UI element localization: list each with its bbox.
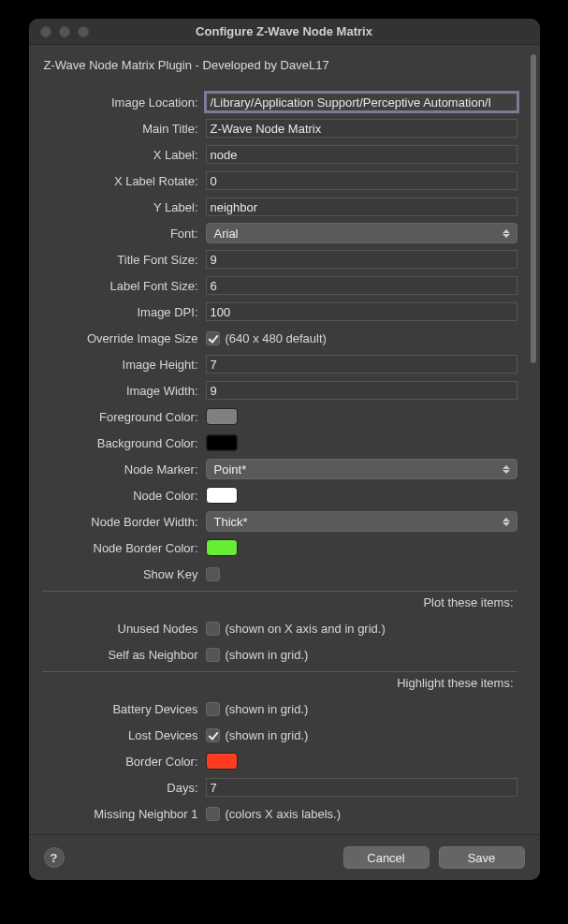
battery-devices-checkbox[interactable]	[206, 702, 220, 716]
node-marker-value: Point*	[214, 462, 247, 477]
node-border-width-value: Thick*	[214, 515, 248, 529]
chevron-updown-icon	[502, 462, 511, 476]
separator	[42, 671, 517, 672]
node-color-label: Node Color:	[42, 489, 206, 503]
image-dpi-label: Image DPI:	[42, 305, 206, 319]
days-label: Days:	[42, 781, 206, 795]
titlebar: Configure Z-Wave Node Matrix	[29, 19, 540, 45]
unused-nodes-hint: (shown on X axis and in grid.)	[226, 622, 386, 636]
battery-devices-label: Battery Devices	[42, 702, 206, 716]
highlight-these-section-label: Highlight these items:	[42, 674, 517, 696]
y-label-input[interactable]	[206, 198, 517, 216]
x-label-input[interactable]	[206, 145, 517, 164]
x-label-rotate-label: X Label Rotate:	[42, 174, 206, 188]
form: Image Location: Main Title: X Label: X L…	[42, 89, 527, 827]
main-title-label: Main Title:	[42, 122, 206, 136]
override-size-hint: (640 x 480 default)	[226, 331, 327, 345]
background-color-swatch[interactable]	[206, 434, 238, 451]
title-font-size-input[interactable]	[206, 250, 517, 269]
font-select[interactable]: Arial	[206, 223, 517, 243]
x-label-rotate-input[interactable]	[206, 171, 517, 190]
image-location-label: Image Location:	[42, 95, 206, 110]
show-key-label: Show Key	[42, 567, 206, 581]
plugin-subtitle: Z-Wave Node Matrix Plugin - Developed by…	[42, 54, 527, 89]
highlight-border-color-label: Border Color:	[42, 755, 206, 769]
window-title: Configure Z-Wave Node Matrix	[29, 24, 540, 38]
days-input[interactable]	[206, 778, 517, 797]
x-label-label: X Label:	[42, 148, 206, 162]
node-color-swatch[interactable]	[206, 487, 238, 504]
self-as-neighbor-checkbox[interactable]	[206, 648, 220, 662]
chevron-updown-icon	[502, 515, 511, 528]
separator	[42, 591, 517, 592]
help-button[interactable]: ?	[44, 847, 65, 868]
node-border-width-select[interactable]: Thick*	[206, 511, 517, 532]
node-marker-select[interactable]: Point*	[206, 459, 517, 479]
node-border-color-swatch[interactable]	[206, 539, 238, 556]
unused-nodes-label: Unused Nodes	[42, 622, 206, 636]
self-as-neighbor-hint: (shown in grid.)	[226, 648, 309, 662]
node-border-color-label: Node Border Color:	[42, 541, 206, 555]
footer: ? Cancel Save	[29, 834, 540, 880]
font-label: Font:	[42, 227, 206, 241]
image-width-input[interactable]	[206, 381, 517, 400]
missing-neighbor-1-label: Missing Neighbor 1	[42, 807, 206, 821]
node-border-width-label: Node Border Width:	[42, 515, 206, 529]
background-color-label: Background Color:	[42, 436, 206, 450]
show-key-checkbox[interactable]	[206, 567, 220, 581]
missing-neighbor-1-hint: (colors X axis labels.)	[226, 807, 342, 821]
close-icon[interactable]	[40, 26, 51, 37]
image-dpi-input[interactable]	[206, 302, 517, 321]
highlight-border-color-swatch[interactable]	[206, 753, 238, 770]
minimize-icon[interactable]	[59, 26, 70, 37]
node-marker-label: Node Marker:	[42, 462, 206, 477]
self-as-neighbor-label: Self as Neighbor	[42, 648, 206, 662]
label-font-size-label: Label Font Size:	[42, 279, 206, 293]
image-location-input[interactable]	[206, 93, 517, 111]
image-width-label: Image Width:	[42, 384, 206, 398]
font-select-value: Arial	[214, 227, 239, 241]
config-window: Configure Z-Wave Node Matrix Z-Wave Node…	[29, 19, 540, 880]
plot-these-section-label: Plot these items:	[42, 594, 517, 615]
window-controls	[29, 26, 89, 37]
image-height-label: Image Height:	[42, 358, 206, 372]
lost-devices-checkbox[interactable]	[206, 728, 220, 742]
override-size-label: Override Image Size	[42, 331, 206, 345]
save-button[interactable]: Save	[439, 846, 525, 869]
zoom-icon[interactable]	[78, 26, 89, 37]
lost-devices-hint: (shown in grid.)	[226, 728, 309, 742]
foreground-color-swatch[interactable]	[206, 408, 238, 425]
image-height-input[interactable]	[206, 355, 517, 374]
unused-nodes-checkbox[interactable]	[206, 622, 220, 636]
missing-neighbor-1-checkbox[interactable]	[206, 807, 220, 821]
chevron-updown-icon	[502, 227, 511, 240]
battery-devices-hint: (shown in grid.)	[226, 702, 309, 716]
main-title-input[interactable]	[206, 119, 517, 138]
content-area: Z-Wave Node Matrix Plugin - Developed by…	[29, 45, 540, 827]
foreground-color-label: Foreground Color:	[42, 410, 206, 424]
title-font-size-label: Title Font Size:	[42, 253, 206, 267]
label-font-size-input[interactable]	[206, 276, 517, 295]
y-label-label: Y Label:	[42, 200, 206, 214]
cancel-button[interactable]: Cancel	[343, 846, 430, 869]
lost-devices-label: Lost Devices	[42, 728, 206, 742]
override-size-checkbox[interactable]	[206, 331, 220, 345]
scrollbar-thumb[interactable]	[531, 54, 536, 363]
